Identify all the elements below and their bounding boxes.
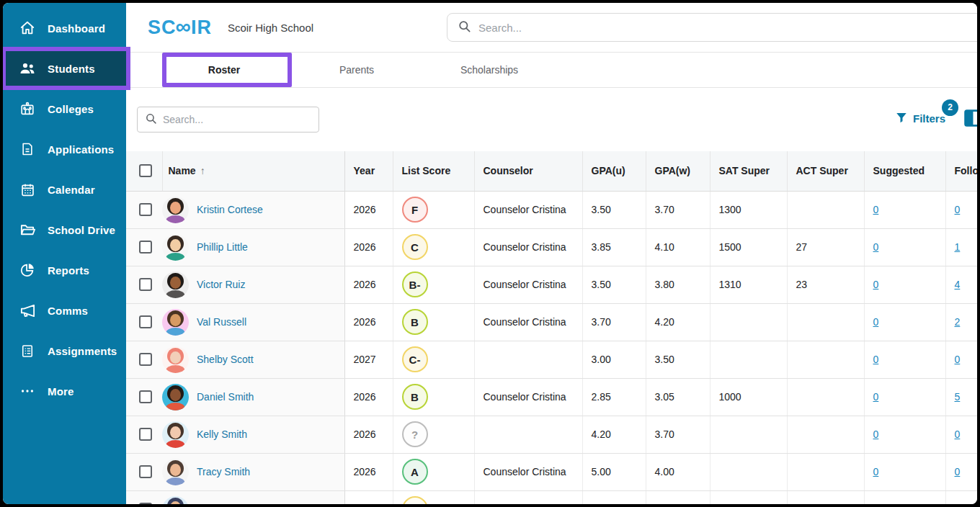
roster-search[interactable] bbox=[137, 107, 319, 133]
avatar-face bbox=[170, 351, 181, 364]
year-cell: 2026 bbox=[344, 228, 393, 266]
counselor-cell: Counselor Cristina bbox=[474, 191, 582, 228]
avatar-face bbox=[170, 464, 181, 476]
tab-roster[interactable]: Roster bbox=[158, 53, 290, 87]
column-header-sat-super[interactable]: SAT Super bbox=[710, 151, 787, 191]
suggested-link[interactable]: 0 bbox=[873, 241, 879, 253]
act-super-cell bbox=[787, 191, 864, 228]
more-icon bbox=[19, 382, 36, 400]
row-checkbox[interactable] bbox=[139, 315, 152, 328]
following-link[interactable]: 2 bbox=[955, 316, 961, 328]
row-checkbox[interactable] bbox=[139, 465, 152, 478]
column-header-counselor[interactable]: Counselor bbox=[474, 151, 582, 191]
suggested-link[interactable]: 0 bbox=[873, 279, 879, 290]
table-row: Phillip Little 2026 C Counselor Cristina… bbox=[126, 228, 977, 266]
global-search-input[interactable] bbox=[478, 22, 901, 34]
year-cell: 2026 bbox=[344, 378, 393, 416]
sidebar-item-assignments[interactable]: Assignments bbox=[3, 331, 126, 371]
gpa-u-cell: 3.70 bbox=[582, 303, 646, 341]
suggested-link[interactable]: 0 bbox=[873, 391, 879, 403]
student-name-link[interactable]: Val Russell bbox=[197, 316, 246, 328]
avatar-face bbox=[170, 239, 181, 251]
sidebar-item-applications[interactable]: Applications bbox=[3, 129, 126, 169]
sidebar-item-label: Students bbox=[48, 63, 95, 75]
column-header-year[interactable]: Year bbox=[344, 151, 393, 191]
search-icon bbox=[145, 112, 157, 127]
student-name-link[interactable]: Phillip Little bbox=[197, 241, 248, 253]
column-header-list-score[interactable]: List Score bbox=[393, 151, 474, 191]
sidebar-item-colleges[interactable]: Colleges bbox=[3, 89, 126, 129]
student-name-link[interactable]: Tracy Smith bbox=[197, 466, 250, 477]
suggested-link[interactable]: 0 bbox=[873, 466, 879, 477]
suggested-link[interactable]: 0 bbox=[873, 354, 879, 365]
list-score-chip: C- bbox=[402, 346, 428, 372]
sidebar-item-label: School Drive bbox=[48, 224, 115, 236]
roster-search-input[interactable] bbox=[163, 114, 300, 125]
list-score-chip: A bbox=[402, 459, 428, 485]
columns-icon[interactable] bbox=[964, 109, 977, 127]
tab-parents[interactable]: Parents bbox=[290, 53, 423, 87]
tab-scholarships[interactable]: Scholarships bbox=[423, 53, 556, 87]
roster-toolbar: Filters 2 bbox=[126, 88, 977, 151]
folder-icon bbox=[19, 221, 36, 238]
global-search[interactable] bbox=[447, 13, 977, 42]
column-header-gpa-u[interactable]: GPA(u) bbox=[582, 151, 646, 191]
row-checkbox[interactable] bbox=[139, 428, 152, 441]
sat-super-cell bbox=[710, 341, 787, 378]
row-checkbox[interactable] bbox=[139, 503, 152, 504]
roster-table-container: Name↑ Year List Score Counselor GPA(u) G… bbox=[126, 151, 977, 504]
row-checkbox[interactable] bbox=[139, 203, 152, 216]
counselor-cell: Counselor Cristina bbox=[474, 378, 582, 416]
scoir-logo[interactable]: SC∞IR bbox=[148, 15, 212, 40]
sidebar-item-dashboard[interactable]: Dashboard bbox=[3, 8, 126, 48]
following-link[interactable]: 5 bbox=[955, 391, 961, 403]
gpa-u-cell: 5.00 bbox=[582, 453, 646, 490]
list-score-chip: B bbox=[402, 384, 428, 410]
suggested-link[interactable]: 0 bbox=[873, 316, 879, 328]
column-header-act-super[interactable]: ACT Super bbox=[787, 151, 864, 191]
column-header-gpa-w[interactable]: GPA(w) bbox=[646, 151, 710, 191]
row-checkbox[interactable] bbox=[139, 278, 152, 291]
sidebar-item-label: Applications bbox=[48, 143, 114, 156]
select-all-checkbox[interactable] bbox=[139, 164, 152, 177]
avatar bbox=[162, 197, 189, 223]
following-link[interactable]: 0 bbox=[955, 429, 961, 440]
act-super-cell bbox=[787, 453, 864, 490]
sidebar-item-students[interactable]: Students bbox=[3, 48, 126, 89]
student-name-link[interactable]: Shelby Scott bbox=[197, 354, 254, 365]
following-link[interactable]: 0 bbox=[955, 354, 961, 365]
suggested-link[interactable]: 0 bbox=[873, 429, 879, 440]
act-super-cell: 27 bbox=[787, 228, 864, 266]
sat-super-cell bbox=[710, 490, 787, 504]
assignments-icon bbox=[19, 342, 36, 359]
student-name-link[interactable]: Kelly Smith bbox=[197, 429, 247, 440]
table-row: Daniel Smith 2026 B Counselor Cristina 2… bbox=[126, 378, 977, 416]
sidebar-item-calendar[interactable]: Calendar bbox=[3, 169, 126, 210]
following-link[interactable]: 4 bbox=[955, 279, 961, 290]
student-name-link[interactable]: Kristin Cortese bbox=[197, 204, 263, 215]
row-checkbox[interactable] bbox=[139, 390, 152, 403]
avatar bbox=[162, 272, 189, 298]
sidebar-item-school-drive[interactable]: School Drive bbox=[3, 210, 126, 250]
following-link[interactable]: 0 bbox=[955, 204, 961, 215]
gpa-u-cell: 3.85 bbox=[582, 228, 646, 266]
filters-button[interactable]: Filters 2 bbox=[895, 111, 945, 126]
following-link[interactable]: 1 bbox=[955, 241, 961, 253]
sidebar-item-comms[interactable]: Comms bbox=[3, 290, 126, 331]
gpa-w-cell: 3.80 bbox=[646, 266, 710, 303]
avatar bbox=[162, 496, 189, 505]
sidebar-item-reports[interactable]: Reports bbox=[3, 250, 126, 290]
student-name-link[interactable]: Daniel Smith bbox=[197, 391, 254, 403]
app-window: Dashboard Students Colleges Applications… bbox=[3, 3, 977, 504]
row-checkbox[interactable] bbox=[139, 353, 152, 366]
student-name-link[interactable]: Victor Ruiz bbox=[197, 279, 245, 290]
suggested-link[interactable]: 0 bbox=[873, 204, 879, 215]
gpa-u-cell: 4.20 bbox=[582, 416, 646, 453]
column-header-suggested[interactable]: Suggested bbox=[864, 151, 945, 191]
column-header-name[interactable]: Name↑ bbox=[162, 151, 344, 191]
list-score-chip: B bbox=[402, 309, 428, 335]
row-checkbox[interactable] bbox=[139, 241, 152, 254]
column-header-following[interactable]: Following bbox=[945, 151, 977, 191]
sidebar-item-more[interactable]: More bbox=[3, 371, 126, 411]
following-link[interactable]: 0 bbox=[955, 466, 961, 477]
